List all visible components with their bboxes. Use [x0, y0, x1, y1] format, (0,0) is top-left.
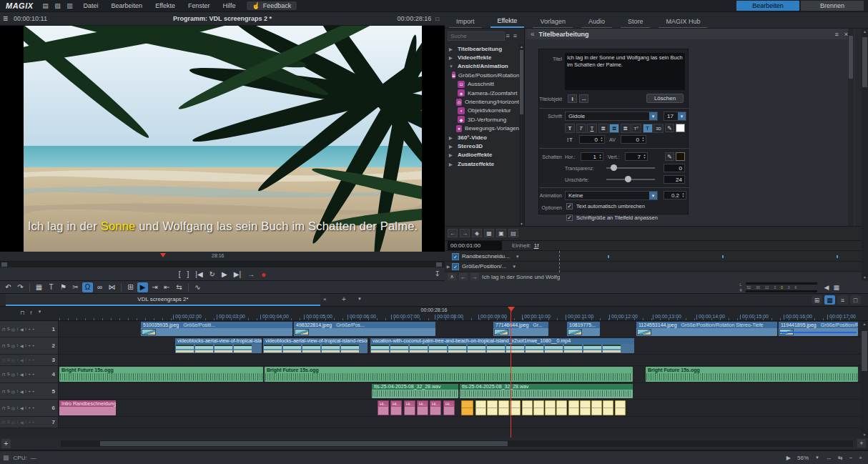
blur-value[interactable]: 24	[664, 175, 685, 184]
speaker-icon[interactable]: ◀	[824, 284, 829, 291]
track-volume-icon[interactable]: ◀	[20, 372, 24, 377]
track-header-2[interactable]: ⊓S◎↕◀↕++2	[0, 337, 59, 354]
fx-item-stereo3d[interactable]: ▶Stereo3D	[445, 142, 519, 150]
font-color-swatch[interactable]	[676, 124, 685, 132]
playhead-line[interactable]	[511, 307, 511, 438]
right-pane-scrollbar[interactable]: ▲▼	[862, 29, 868, 280]
tab-magix-hub[interactable]: MAGIX Hub	[659, 16, 707, 28]
track-resize-icon[interactable]: ↕	[16, 372, 19, 377]
clip-mini-yellow[interactable]	[568, 400, 579, 415]
checkbox-icon[interactable]: ✓	[566, 203, 573, 209]
track-expand-icon[interactable]: +	[29, 405, 31, 410]
menu-datei[interactable]: Datei	[77, 1, 105, 11]
clip-mini-yellow[interactable]	[556, 400, 567, 415]
track-header-5[interactable]: ⊓S◎↕◀↕++5	[0, 383, 59, 399]
next-keyframe-icon[interactable]: →	[470, 273, 479, 280]
title-text-input[interactable]: Ich lag in der Sonne und Wolfgang las se…	[565, 53, 685, 90]
track-shrink-icon[interactable]: +	[32, 327, 35, 332]
clip-bright-future-15s-ogg[interactable]: Bright Future 15s.ogg	[265, 367, 633, 382]
new-document-icon[interactable]: ▤	[41, 1, 51, 11]
stretch-icon[interactable]: ⇆	[174, 282, 184, 292]
effects-scrollbar[interactable]: ▲▼	[519, 44, 524, 226]
track-resize-icon[interactable]: ↕	[16, 327, 19, 332]
trash-icon[interactable]: ▦	[34, 282, 44, 292]
track-resize-icon[interactable]: ↕	[16, 405, 19, 410]
jump-end-icon[interactable]: ▶|	[234, 270, 241, 278]
mode-button-bearbeiten[interactable]: Bearbeiten	[736, 1, 799, 11]
trash-icon[interactable]: ▦	[484, 229, 494, 237]
preview-playhead-marker[interactable]	[160, 253, 166, 257]
text-tool-icon[interactable]: T	[46, 282, 56, 292]
track-shrink-icon[interactable]: +	[32, 343, 35, 348]
fit-width-icon[interactable]: ↔	[826, 455, 832, 461]
line-spacing-stepper[interactable]: 0 ▲▼	[579, 135, 605, 144]
clip-119441895-jpeg[interactable]: 119441895.jpegGröße/Position/Rota...	[779, 322, 858, 336]
text-cursor-icon[interactable]: I	[568, 94, 577, 103]
track-header-7[interactable]: ⊓S◎↕◀↕++7	[0, 417, 59, 428]
animation-duration-stepper[interactable]: 0.2 ▲▼	[664, 191, 686, 199]
unlink-icon[interactable]: ⋈	[107, 282, 117, 292]
preview-scrub-ruler[interactable]: 28:16	[0, 252, 445, 262]
track-solo-icon[interactable]: S	[7, 405, 10, 410]
record-icon[interactable]: ●	[261, 270, 266, 280]
track-solo-icon[interactable]: S	[7, 420, 10, 425]
clip-1124553144-jpeg[interactable]: 1124553144.jpegGröße/Position/Rotation S…	[636, 322, 777, 336]
shadow-color-swatch[interactable]	[676, 152, 685, 161]
track-mute-icon[interactable]: ◎	[11, 327, 15, 332]
storyboard-icon[interactable]: ⊞	[812, 295, 822, 305]
fx-item-titelbearbeitung[interactable]: ▶Titelbearbeitung	[445, 44, 519, 53]
track-mute-icon[interactable]: ◎	[11, 357, 15, 362]
track-expand-icon[interactable]: +	[29, 389, 31, 394]
italic-icon[interactable]: T	[576, 124, 586, 133]
align-right-icon[interactable]: ≣	[621, 124, 631, 133]
overview-icon[interactable]: ≡	[837, 295, 848, 305]
clip-mini-yellow[interactable]	[487, 400, 498, 415]
align-left-icon[interactable]: ≣	[598, 124, 608, 133]
shadow-hor-stepper[interactable]: 1 ▲▼	[581, 152, 603, 161]
keyframe-timecode[interactable]: 00:00:01:00	[448, 241, 502, 250]
range-icon[interactable]: →	[247, 270, 255, 278]
tab-import[interactable]: Import	[449, 16, 482, 28]
track-resize-icon[interactable]: ↕	[16, 357, 19, 362]
fx-item-objektivkorrektur[interactable]: ◖Objektivkorrektur	[445, 107, 519, 115]
zoom-out-icon[interactable]: −	[849, 455, 853, 461]
clip-hi[interactable]: Hi...	[378, 400, 389, 415]
save-icon[interactable]: ▥	[65, 1, 75, 11]
checkbox-icon[interactable]: ✓	[452, 263, 459, 270]
track-expand-icon[interactable]: +	[29, 372, 31, 377]
clip-mini-yellow[interactable]	[533, 400, 544, 415]
fx-item-gr-e-position-rotation[interactable]: ⊞Größe/Position/Rotation	[445, 71, 519, 79]
track-lock-icon[interactable]: ⊓	[2, 389, 6, 394]
clip-videoblocks-aerial-view-of-tropical-island-resort-hotel-wit[interactable]: videoblocks-aerial-view-of-tropical-isla…	[263, 338, 368, 353]
collapse-icon[interactable]: ∧	[448, 273, 456, 280]
arrow-left-icon[interactable]: ←	[448, 229, 458, 237]
arrow-right-icon[interactable]: →	[460, 229, 470, 237]
add-track-button[interactable]: +	[1, 439, 11, 448]
mark-out-icon[interactable]: ]	[187, 270, 189, 278]
object-grid-icon[interactable]: ⊞	[125, 282, 136, 292]
open-folder-icon[interactable]: ▨	[53, 1, 63, 11]
clip-hi[interactable]: Hi...	[430, 400, 441, 415]
track-shrink-icon[interactable]: +	[32, 405, 35, 410]
track-curves-icon[interactable]: ↕	[25, 405, 27, 410]
track-lock-icon[interactable]: ⊓	[2, 405, 6, 410]
mixer-icon[interactable]: ▦	[833, 284, 839, 291]
transparency-slider[interactable]	[606, 164, 655, 172]
clip-tts-25-04-2025-08-32-28-wav[interactable]: tts-25-04-2025-08_32_28.wav	[460, 384, 633, 398]
track-solo-icon[interactable]: S	[7, 343, 10, 348]
checkbox-icon[interactable]: ✓	[566, 214, 573, 221]
sort-group-icon[interactable]: ≡	[513, 32, 517, 39]
menu-fenster[interactable]: Fenster	[182, 1, 217, 11]
delete-title-button[interactable]: Löschen	[646, 94, 684, 103]
clip-mini-yellow[interactable]	[498, 400, 509, 415]
track-mute-icon[interactable]: ◎	[11, 420, 15, 425]
track-shrink-icon[interactable]: +	[32, 357, 35, 362]
track-solo-icon[interactable]: S	[7, 327, 10, 332]
track-mute-icon[interactable]: ◎	[11, 343, 15, 348]
clip-mini-yellow[interactable]	[603, 400, 613, 415]
track-volume-icon[interactable]: ◀	[20, 343, 24, 348]
track-resize-icon[interactable]: ↕	[16, 389, 19, 394]
fx-item-zusatzeffekte[interactable]: ▶Zusatzeffekte	[445, 159, 519, 168]
framerate-icon[interactable]: f	[30, 310, 31, 316]
fx-item-ansicht-animation[interactable]: ▼Ansicht/Animation	[445, 62, 519, 71]
